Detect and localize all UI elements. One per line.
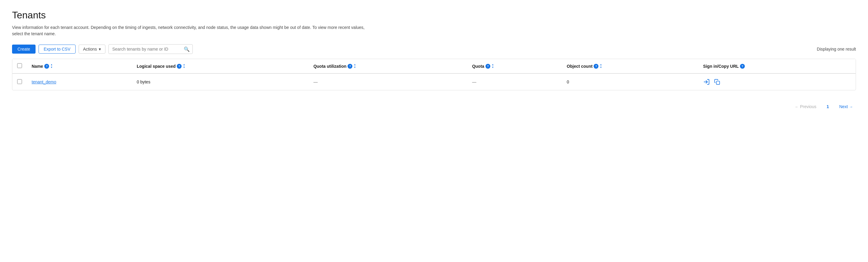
table-row: tenant_demo 0 bytes — — 0: [12, 73, 856, 90]
col-object-count-sort[interactable]: ▴ ▾: [600, 64, 601, 69]
col-logical-space-sort[interactable]: ▴ ▾: [183, 64, 185, 69]
search-wrap: 🔍: [108, 44, 193, 54]
actions-dropdown-button[interactable]: Actions ▾: [79, 44, 105, 54]
row-actions: [699, 73, 856, 90]
next-button[interactable]: Next →: [836, 102, 856, 111]
tenants-table: Name ? ▴ ▾ Logical space used ? ▴: [12, 59, 856, 90]
select-all-checkbox[interactable]: [17, 63, 22, 68]
row-quota-utilization: —: [309, 73, 467, 90]
page-title: Tenants: [12, 10, 856, 21]
displaying-text: Displaying one result: [817, 47, 856, 52]
col-quota-sort[interactable]: ▴ ▾: [492, 64, 493, 69]
row-checkbox-cell: [12, 73, 27, 90]
tenant-name-link[interactable]: tenant_demo: [32, 79, 56, 84]
col-name-sort[interactable]: ▴ ▾: [51, 64, 52, 69]
search-input[interactable]: [108, 44, 193, 54]
sign-in-button[interactable]: [703, 78, 710, 85]
select-all-col: [12, 59, 27, 73]
col-quota-utilization-label: Quota utilization: [313, 64, 347, 69]
table-body: tenant_demo 0 bytes — — 0: [12, 73, 856, 90]
col-name-label: Name: [32, 64, 43, 69]
col-sign-in-copy-url-help-icon[interactable]: ?: [740, 64, 745, 69]
export-csv-button[interactable]: Export to CSV: [38, 44, 75, 54]
col-object-count-help-icon[interactable]: ?: [594, 64, 598, 69]
row-name: tenant_demo: [27, 73, 132, 90]
toolbar: Create Export to CSV Actions ▾ 🔍 Display…: [12, 44, 856, 54]
page-number: 1: [824, 103, 832, 110]
chevron-left-icon: ←: [795, 104, 799, 109]
chevron-down-icon: ▾: [99, 47, 101, 52]
previous-label: Previous: [800, 104, 816, 109]
next-label: Next: [839, 104, 848, 109]
row-quota: —: [467, 73, 562, 90]
col-name: Name ? ▴ ▾: [27, 59, 132, 73]
col-quota-help-icon[interactable]: ?: [486, 64, 490, 69]
col-logical-space-label: Logical space used: [137, 64, 176, 69]
table-header-row: Name ? ▴ ▾ Logical space used ? ▴: [12, 59, 856, 73]
col-quota-utilization-help-icon[interactable]: ?: [347, 64, 352, 69]
row-object-count: 0: [562, 73, 699, 90]
pagination: ← Previous 1 Next →: [12, 100, 856, 113]
tenants-table-wrap: Name ? ▴ ▾ Logical space used ? ▴: [12, 59, 856, 90]
col-object-count: Object count ? ▴ ▾: [562, 59, 699, 73]
col-quota: Quota ? ▴ ▾: [467, 59, 562, 73]
actions-label: Actions: [83, 47, 97, 52]
row-logical-space: 0 bytes: [132, 73, 309, 90]
col-sign-in-copy-url: Sign in/Copy URL ?: [699, 59, 856, 73]
col-sign-in-copy-url-label: Sign in/Copy URL: [703, 64, 739, 69]
col-logical-space: Logical space used ? ▴ ▾: [132, 59, 309, 73]
col-name-help-icon[interactable]: ?: [44, 64, 49, 69]
col-quota-label: Quota: [472, 64, 484, 69]
col-quota-utilization: Quota utilization ? ▴ ▾: [309, 59, 467, 73]
create-button[interactable]: Create: [12, 44, 35, 54]
copy-url-button[interactable]: [714, 79, 720, 85]
chevron-right-icon: →: [849, 104, 853, 109]
row-checkbox[interactable]: [17, 79, 22, 84]
svg-rect-1: [716, 81, 719, 85]
col-object-count-label: Object count: [567, 64, 593, 69]
previous-button[interactable]: ← Previous: [792, 102, 819, 111]
col-logical-space-help-icon[interactable]: ?: [177, 64, 182, 69]
col-quota-utilization-sort[interactable]: ▴ ▾: [354, 64, 355, 69]
page-description: View information for each tenant account…: [12, 24, 373, 37]
